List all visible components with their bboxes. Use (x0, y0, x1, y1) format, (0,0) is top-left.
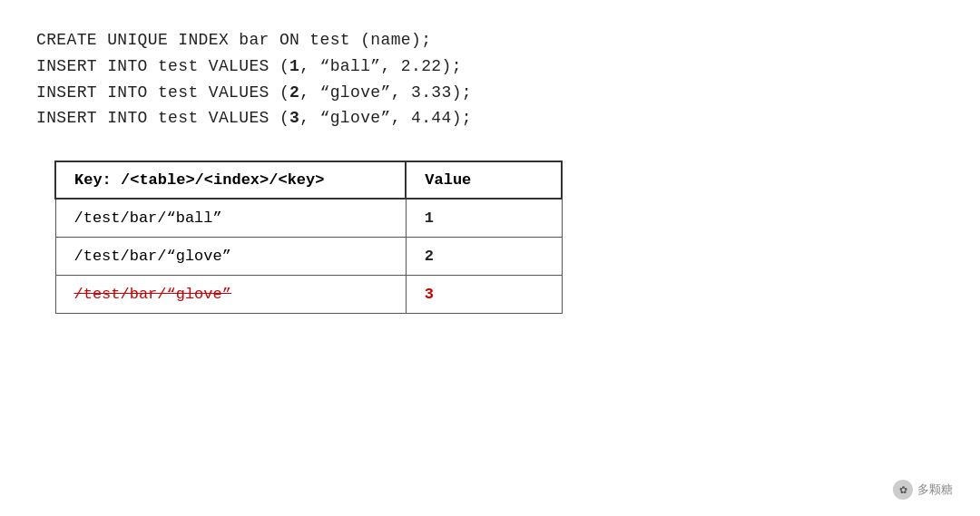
table-row: /test/bar/“ball” 1 (55, 199, 562, 238)
header-value: Value (406, 161, 562, 199)
row-3-key: /test/bar/“glove” (55, 276, 406, 314)
row-2-value: 2 (406, 238, 562, 276)
code-line-2: INSERT INTO test VALUES (1, “ball”, 2.22… (36, 54, 944, 80)
watermark-text: 多颗糖 (917, 482, 953, 498)
row-1-value: 1 (406, 199, 562, 238)
row-1-key: /test/bar/“ball” (55, 199, 406, 238)
code-block: CREATE UNIQUE INDEX bar ON test (name); … (36, 27, 944, 131)
code-line-3: INSERT INTO test VALUES (2, “glove”, 3.3… (36, 80, 944, 106)
table-header-row: Key: /<table>/<index>/<key> Value (55, 161, 562, 199)
header-key: Key: /<table>/<index>/<key> (55, 161, 406, 199)
row-2-key: /test/bar/“glove” (55, 238, 406, 276)
row-3-value: 3 (406, 276, 562, 314)
code-line-1: CREATE UNIQUE INDEX bar ON test (name); (36, 27, 944, 54)
table-row: /test/bar/“glove” 2 (55, 238, 562, 276)
watermark-icon: ✿ (893, 480, 913, 500)
code-line-4: INSERT INTO test VALUES (3, “glove”, 4.4… (36, 105, 944, 131)
index-table-container: Key: /<table>/<index>/<key> Value /test/… (54, 161, 944, 314)
table-row: /test/bar/“glove” 3 (55, 276, 562, 314)
index-table: Key: /<table>/<index>/<key> Value /test/… (54, 161, 563, 314)
watermark: ✿ 多颗糖 (893, 480, 953, 500)
